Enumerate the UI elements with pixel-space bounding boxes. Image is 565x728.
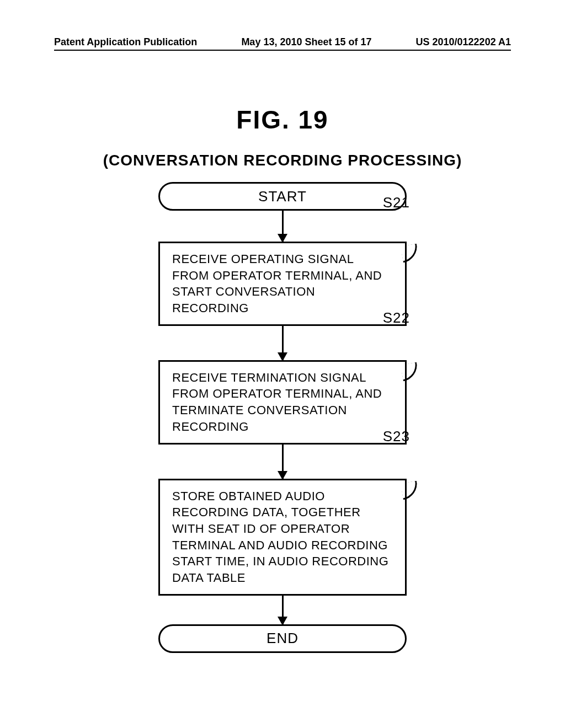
flow-arrow: S21 [158,211,407,242]
callout-icon [401,480,420,500]
flow-step-text: RECEIVE TERMINATION SIGNAL FROM OPERATOR… [172,371,382,433]
figure-title: FIG. 19 [0,105,565,135]
flow-step-text: RECEIVE OPERATING SIGNAL FROM OPERATOR T… [172,252,382,315]
flow-start: START [158,182,407,211]
flow-arrow: S23 [158,445,407,479]
flowchart: START S21 RECEIVE OPERATING SIGNAL FROM … [0,182,565,653]
header-left: Patent Application Publication [54,36,197,48]
page-header: Patent Application Publication May 13, 2… [54,36,511,48]
flow-arrow: S22 [158,326,407,360]
header-rule [54,50,511,51]
flow-arrow [158,596,407,624]
step-label-s21: S21 [383,194,410,211]
callout-icon [401,362,420,381]
callout-icon [401,244,420,263]
flow-step-s23: STORE OBTAINED AUDIO RECORDING DATA, TOG… [158,479,407,596]
flow-end: END [158,624,407,653]
figure-subtitle: (CONVERSATION RECORDING PROCESSING) [0,152,565,169]
header-center: May 13, 2010 Sheet 15 of 17 [241,36,371,48]
step-label-s22: S22 [383,309,410,326]
flow-step-text: STORE OBTAINED AUDIO RECORDING DATA, TOG… [172,489,388,585]
header-right: US 2010/0122202 A1 [416,36,511,48]
flow-step-s22: RECEIVE TERMINATION SIGNAL FROM OPERATOR… [158,360,407,445]
step-label-s23: S23 [383,428,410,445]
flow-step-s21: RECEIVE OPERATING SIGNAL FROM OPERATOR T… [158,242,407,326]
